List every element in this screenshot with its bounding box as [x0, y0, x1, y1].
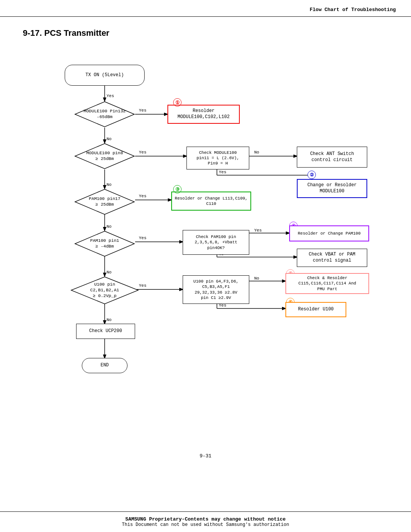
svg-text:Yes: Yes — [139, 108, 147, 113]
diamond4-node: PAM100 pin1≥ -4dBm — [74, 230, 135, 257]
diamond1-node: MODULE100 Pin13≥-65dBm — [74, 101, 135, 128]
page-title: 9-17. PCS Transmitter — [23, 28, 388, 38]
footer-main: SAMSUNG Proprietary-Contents may change … — [15, 516, 396, 522]
action5-label: Check & Resolder C115,C116,C117,C114 And… — [298, 275, 356, 292]
end-node: END — [82, 358, 127, 373]
check-pam100-node: Check PAM100 pin 2,3,5,6,8, +Vbatt pin4O… — [183, 230, 249, 255]
svg-text:No: No — [107, 270, 112, 275]
action4-label: Resolder or Change PAM100 — [298, 231, 360, 236]
check-pam100-label: Check PAM100 pin 2,3,5,6,8, +Vbatt pin4O… — [194, 234, 237, 251]
check-ucp200-label: Check UCP200 — [89, 328, 122, 334]
check-vbat-node: Check VBAT or PAM control signal — [297, 249, 367, 267]
diamond5-label: U100 pinC2,B1,B2,A1≥ 0.2Vp_p — [90, 282, 119, 299]
check-u100-label: U100 pin G4,F3,D6, C5,B3,A5,F1 29,32,33,… — [193, 279, 239, 300]
diamond3-node: PAM100 pin17≥ 25dBm — [74, 189, 135, 215]
diamond3-label: PAM100 pin17≥ 25dBm — [89, 196, 121, 208]
svg-text:No: No — [107, 224, 112, 229]
diamond2-label: MODULE100 pin8≥ 25dBm — [86, 150, 123, 162]
start-label: TX ON (5Level) — [86, 72, 124, 78]
action1-label: Resolder MODULE100,C102,L102 — [178, 108, 230, 120]
svg-text:No: No — [107, 182, 112, 187]
action3-label: Resolder or Change L113,C109, C110 — [175, 196, 247, 207]
flowchart-area: Yes No Yes No Yes No Yes Yes — [23, 50, 388, 449]
check-u100-node: U100 pin G4,F3,D6, C5,B3,A5,F1 29,32,33,… — [183, 275, 249, 304]
action5-node: Check & Resolder C115,C116,C117,C114 And… — [285, 273, 369, 294]
svg-text:No: No — [107, 318, 112, 322]
svg-text:Yes: Yes — [219, 170, 226, 174]
start-node: TX ON (5Level) — [65, 65, 145, 86]
diamond1-label: MODULE100 Pin13≥-65dBm — [84, 109, 126, 120]
check-ucp200-node: Check UCP200 — [76, 324, 135, 339]
page-header: Flow Chart of Troubleshooting — [0, 0, 411, 17]
svg-text:Yes: Yes — [254, 228, 262, 233]
diamond4-label: PAM100 pin1≥ -4dBm — [90, 238, 119, 249]
page-content: 9-17. PCS Transmitter Yes No Yes No Yes … — [0, 17, 411, 482]
svg-text:Yes: Yes — [139, 194, 147, 198]
svg-text:Yes: Yes — [139, 283, 147, 288]
check-ant-node: Check ANT Switch control circuit — [297, 147, 367, 168]
diamond2-node: MODULE100 pin8≥ 25dBm — [74, 143, 135, 169]
check-ant-label: Check ANT Switch control circuit — [310, 151, 354, 163]
end-label: END — [100, 363, 109, 369]
circle3: ③ — [173, 185, 182, 193]
action6-node: Resolder U100 — [285, 302, 346, 317]
header-title: Flow Chart of Troubleshooting — [310, 7, 396, 13]
circle1: ① — [173, 98, 182, 107]
svg-text:No: No — [107, 137, 112, 141]
circle2: ② — [307, 171, 316, 179]
action3-node: Resolder or Change L113,C109, C110 — [171, 192, 251, 211]
action1-node: Resolder MODULE100,C102,L102 — [167, 105, 240, 124]
page-footer: SAMSUNG Proprietary-Contents may change … — [0, 511, 411, 532]
action6-label: Resolder U100 — [298, 307, 334, 313]
footer-sub: This Document can not be used without Sa… — [15, 522, 396, 527]
action4-node: Resolder or Change PAM100 — [289, 225, 369, 241]
check-vbat-label: Check VBAT or PAM control signal — [309, 252, 355, 264]
diamond5-node: U100 pinC2,B1,B2,A1≥ 0.2Vp_p — [70, 276, 139, 305]
svg-text:No: No — [254, 276, 259, 281]
check-module100-label: Check MODULE100 pin11 = L (2.6V), Pin9 =… — [196, 150, 239, 166]
svg-text:Yes: Yes — [107, 94, 114, 98]
page-number: 9-31 — [23, 453, 388, 459]
change-module100-node: Change or Resolder MODULE100 — [297, 179, 367, 198]
change-module100-label: Change or Resolder MODULE100 — [307, 182, 357, 194]
check-module100-node: Check MODULE100 pin11 = L (2.6V), Pin9 =… — [186, 147, 249, 169]
svg-text:Yes: Yes — [139, 150, 147, 155]
svg-text:No: No — [254, 150, 259, 155]
svg-text:Yes: Yes — [139, 236, 147, 240]
